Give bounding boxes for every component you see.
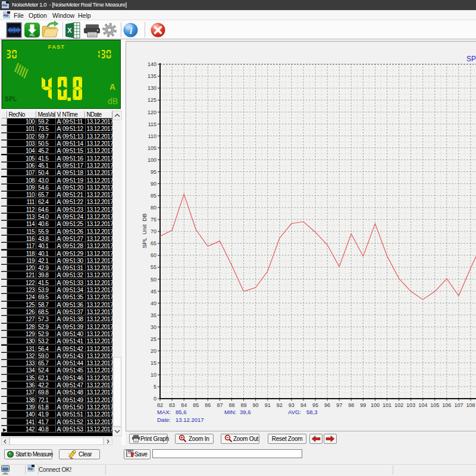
svg-text:A: A bbox=[109, 82, 115, 92]
svg-text:dB: dB bbox=[108, 96, 118, 106]
svg-text:FAST: FAST bbox=[48, 43, 65, 50]
svg-text:SPL: SPL bbox=[5, 96, 17, 102]
svg-text:.PEL: .PEL bbox=[29, 34, 35, 37]
svg-text:X: X bbox=[67, 27, 72, 34]
